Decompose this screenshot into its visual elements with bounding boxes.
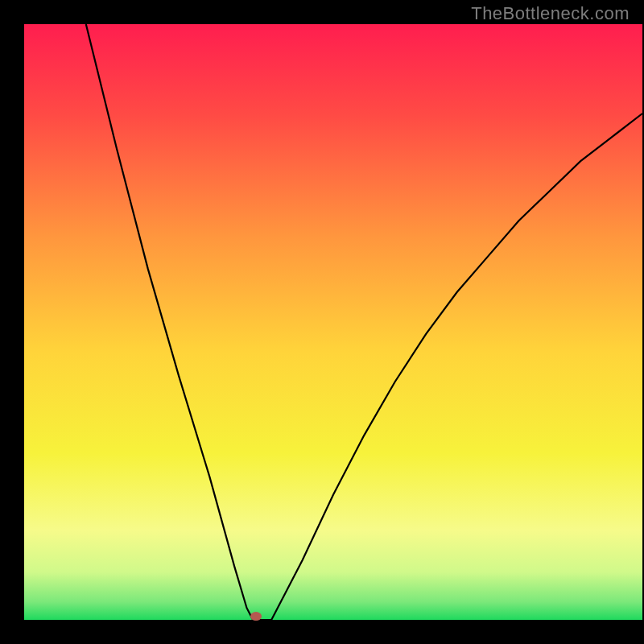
- watermark-text: TheBottleneck.com: [471, 3, 630, 24]
- chart-svg: [0, 0, 644, 644]
- plot-background: [24, 24, 642, 620]
- minimum-marker: [250, 612, 262, 621]
- chart-stage: TheBottleneck.com: [0, 0, 644, 644]
